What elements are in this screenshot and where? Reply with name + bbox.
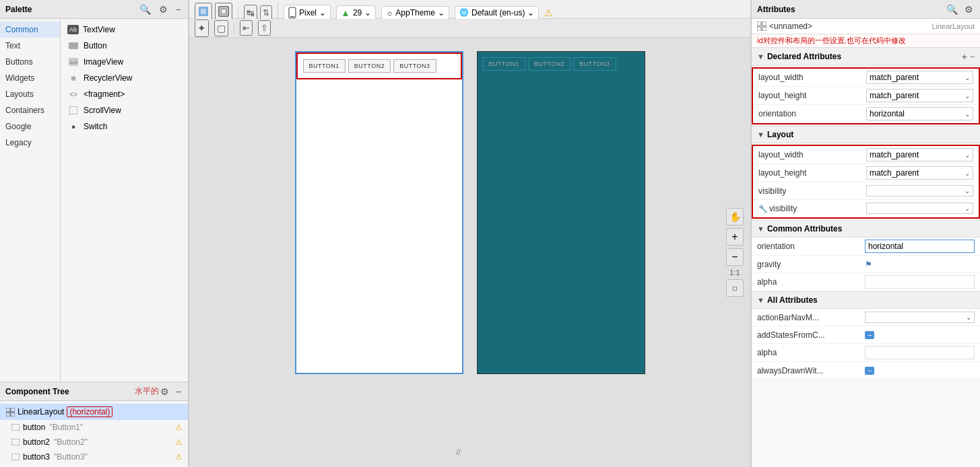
design-top-bar: ↹ ⇅ Pixel ⌄ ▲ 29 ⌄ ☼ AppTheme ⌄ — [189, 0, 750, 19]
visibility-wrench-dropdown[interactable]: ⌄ — [866, 203, 973, 214]
phone-button-row-light: BUTTON1 BUTTON2 BUTTON3 — [296, 52, 462, 79]
palette-category-containers[interactable]: Containers — [0, 102, 60, 118]
declared-attr-orientation: orientation horizontal ⌄ — [753, 105, 979, 123]
palette-category-legacy[interactable]: Legacy — [0, 135, 60, 151]
attr-value-alpha — [865, 275, 975, 289]
zoom-out-button[interactable]: − — [726, 248, 744, 266]
tree-item-button1[interactable]: button "Button1" ⚠ — [0, 420, 188, 435]
palette-widget-button[interactable]: Button — [63, 38, 185, 54]
fragment-label: <fragment> — [84, 89, 125, 99]
linearlayout-grid-icon — [5, 407, 15, 417]
palette-widget-textview[interactable]: Ab TextView — [63, 22, 185, 38]
view-layout-button[interactable]: ↹ — [244, 5, 257, 21]
zoom-label: 1:1 — [726, 268, 744, 277]
orientation-dropdown-d[interactable]: horizontal ⌄ — [866, 107, 973, 120]
cursor-button[interactable]: ✦ — [195, 20, 209, 37]
orientation-value-d: horizontal — [870, 109, 965, 118]
layout-warning-icon: ⚠ — [544, 7, 553, 18]
alwaysdrawn-minus-button[interactable]: − — [865, 367, 874, 375]
declared-add-button[interactable]: + — [962, 51, 967, 62]
phone-btn2-light[interactable]: BUTTON2 — [348, 59, 391, 73]
device-selector[interactable]: Pixel ⌄ — [284, 5, 331, 21]
button1-warning-icon: ⚠ — [175, 423, 183, 432]
attributes-settings-button[interactable]: ⚙ — [963, 4, 975, 15]
svg-rect-18 — [762, 22, 766, 26]
attr-id-hint: id对控件和布局的一些设置,也可在代码中修改 — [752, 34, 980, 47]
svg-rect-8 — [11, 424, 20, 431]
layout-button[interactable]: ▢ — [214, 20, 228, 36]
layout-height-arrow-l: ⌄ — [965, 170, 970, 177]
theme-selector[interactable]: ☼ AppTheme ⌄ — [381, 6, 449, 20]
phone-btn1-light[interactable]: BUTTON1 — [303, 59, 346, 73]
theme-dropdown-icon: ⌄ — [438, 8, 445, 17]
palette-category-common[interactable]: Common — [0, 22, 60, 38]
all-attributes-section: ▼ All Attributes actionBarNavM... ⌄ addS… — [752, 291, 980, 380]
palette-category-layouts[interactable]: Layouts — [0, 86, 60, 102]
zoom-in-button[interactable]: + — [726, 228, 744, 246]
theme-label: AppTheme — [395, 8, 435, 17]
tree-item-button2[interactable]: button2 "Button2" ⚠ — [0, 435, 188, 450]
visibility-dropdown-l[interactable]: ⌄ — [866, 185, 973, 196]
svg-rect-12 — [201, 9, 206, 14]
layout-width-value-l: match_parent — [870, 150, 965, 159]
svg-rect-9 — [11, 439, 20, 445]
palette-settings-button[interactable]: ⚙ — [158, 4, 169, 15]
declared-section-actions: + − — [962, 51, 975, 62]
unnamed-text: <unnamed> — [769, 22, 812, 31]
button2-warning-icon: ⚠ — [175, 437, 183, 447]
actionbar-dropdown[interactable]: ⌄ — [865, 312, 975, 323]
layout-height-dropdown-d[interactable]: match_parent ⌄ — [866, 89, 973, 102]
palette-minimize-button[interactable]: − — [174, 4, 183, 15]
attr-value-actionbar: ⌄ — [865, 312, 975, 323]
tree-item-linearlayout[interactable]: LinearLayout (horizontal) — [0, 404, 188, 420]
all-attr-actionbar: actionBarNavM... ⌄ — [752, 309, 980, 326]
textview-label: TextView — [83, 25, 115, 34]
actionbar-arrow: ⌄ — [966, 314, 971, 321]
palette-widget-switch[interactable]: ● Switch — [63, 118, 185, 135]
palette-widget-scrollview[interactable]: ScrollView — [63, 102, 185, 118]
orientation-arrow-d: ⌄ — [965, 110, 970, 118]
button1-icon — [11, 423, 20, 432]
gravity-flag-icon: ⚑ — [865, 260, 872, 269]
phone-btn3-light[interactable]: BUTTON3 — [393, 59, 436, 73]
addstates-minus-button[interactable]: − — [865, 331, 874, 339]
view-mode-button[interactable]: ⇅ — [260, 5, 272, 20]
phone-btn3-dark[interactable]: BUTTON3 — [573, 57, 616, 71]
hand-tool-button[interactable]: ✋ — [726, 208, 744, 225]
palette-widget-imageview[interactable]: ImageView — [63, 54, 185, 70]
api-dropdown-icon: ⌄ — [364, 8, 371, 17]
attr-name-visibility-wrench: 🔧visibility — [758, 204, 866, 213]
tree-item-button3[interactable]: button3 "Button3" ⚠ — [0, 450, 188, 464]
phone-btn2-dark[interactable]: BUTTON2 — [528, 57, 570, 71]
locale-selector[interactable]: 🌐 Default (en-us) ⌄ — [455, 6, 539, 20]
svg-rect-0 — [69, 42, 78, 49]
palette-search-button[interactable]: 🔍 — [138, 4, 152, 15]
palette-category-google[interactable]: Google — [0, 118, 60, 135]
orientation-input[interactable] — [865, 240, 975, 253]
palette-category-widgets[interactable]: Widgets — [0, 70, 60, 86]
layout-width-dropdown-l[interactable]: match_parent ⌄ — [866, 148, 973, 161]
attr-name-orientation-d: orientation — [758, 109, 866, 118]
palette-widget-recyclerview[interactable]: ≡ RecyclerView — [63, 70, 185, 86]
align-left-button[interactable]: ⇤ — [240, 20, 253, 36]
palette-widget-fragment[interactable]: <> <fragment> — [63, 86, 185, 102]
layout-attr-width: layout_width match_parent ⌄ — [753, 146, 979, 164]
palette-category-buttons[interactable]: Buttons — [0, 54, 60, 70]
tree-settings-button[interactable]: ⚙ — [159, 386, 170, 397]
phone-btn1-dark[interactable]: BUTTON1 — [483, 57, 525, 71]
attr-value-orientation-c — [865, 240, 975, 253]
common-section-title: Common Attributes — [767, 224, 975, 234]
alpha-all-field[interactable] — [865, 346, 975, 359]
svg-rect-20 — [762, 27, 766, 31]
palette-category-text[interactable]: Text — [0, 38, 60, 54]
attributes-search-button[interactable]: 🔍 — [945, 4, 959, 15]
layout-height-dropdown-l[interactable]: match_parent ⌄ — [866, 166, 973, 180]
align-top-button[interactable]: ⇧ — [258, 20, 271, 36]
fit-screen-button[interactable]: □ — [726, 279, 744, 297]
api-selector[interactable]: ▲ 29 ⌄ — [336, 5, 376, 20]
recyclerview-label: RecyclerView — [84, 73, 132, 83]
alpha-empty-field[interactable] — [865, 275, 975, 289]
declared-collapse-button[interactable]: − — [970, 52, 975, 61]
tree-minimize-button[interactable]: − — [174, 386, 183, 397]
layout-width-dropdown-d[interactable]: match_parent ⌄ — [866, 71, 973, 84]
